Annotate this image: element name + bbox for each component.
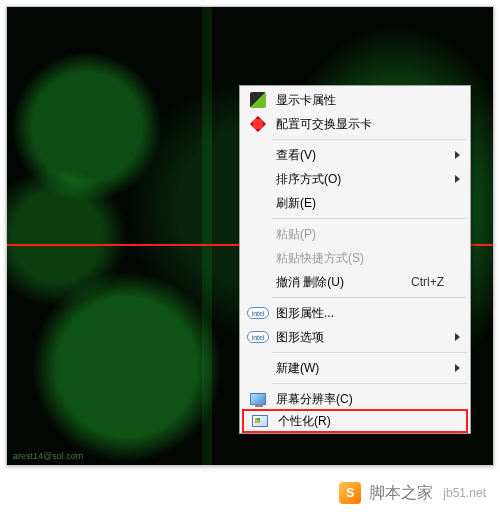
menu-item-sort[interactable]: 排序方式(O) xyxy=(242,167,468,191)
menu-item-display-card-properties[interactable]: 显示卡属性 xyxy=(242,88,468,112)
menu-item-switchable-graphics[interactable]: 配置可交换显示卡 xyxy=(242,112,468,136)
stage: arest14@sol.com 显示卡属性 配置可交换显示卡 查看(V) 排序方… xyxy=(0,0,500,512)
menu-label: 粘贴快捷方式(S) xyxy=(272,250,466,267)
menu-label: 查看(V) xyxy=(272,147,466,164)
menu-label: 排序方式(O) xyxy=(272,171,466,188)
menu-label: 粘贴(P) xyxy=(272,226,466,243)
menu-label: 撤消 删除(U) xyxy=(272,274,411,291)
watermark-logo-icon: S xyxy=(339,482,361,504)
menu-label: 屏幕分辨率(C) xyxy=(272,391,466,408)
menu-label: 个性化(R) xyxy=(274,413,464,430)
menu-item-screen-resolution[interactable]: 屏幕分辨率(C) xyxy=(242,387,468,411)
menu-item-graphics-options[interactable]: intel 图形选项 xyxy=(242,325,468,349)
monitor-icon xyxy=(244,393,272,405)
intel-icon: intel xyxy=(244,307,272,319)
watermark-footer: S 脚本之家 jb51.net xyxy=(0,474,500,512)
menu-label: 新建(W) xyxy=(272,360,466,377)
screenshot-frame: arest14@sol.com 显示卡属性 配置可交换显示卡 查看(V) 排序方… xyxy=(6,6,494,466)
personalize-icon xyxy=(246,415,274,427)
menu-item-personalize[interactable]: 个性化(R) xyxy=(242,409,468,433)
submenu-arrow-icon xyxy=(455,151,460,159)
menu-label: 刷新(E) xyxy=(272,195,466,212)
menu-separator xyxy=(272,352,466,353)
menu-label: 显示卡属性 xyxy=(272,92,466,109)
menu-label: 图形属性... xyxy=(272,305,466,322)
menu-item-paste: 粘贴(P) xyxy=(242,222,468,246)
menu-item-view[interactable]: 查看(V) xyxy=(242,143,468,167)
ati-icon xyxy=(244,116,272,132)
menu-separator xyxy=(272,383,466,384)
submenu-arrow-icon xyxy=(455,364,460,372)
submenu-arrow-icon xyxy=(455,333,460,341)
menu-item-undo-delete[interactable]: 撤消 删除(U) Ctrl+Z xyxy=(242,270,468,294)
menu-shortcut: Ctrl+Z xyxy=(411,275,466,289)
menu-item-graphics-properties[interactable]: intel 图形属性... xyxy=(242,301,468,325)
watermark-site: jb51.net xyxy=(443,486,486,500)
nvidia-icon xyxy=(244,92,272,108)
watermark-name: 脚本之家 xyxy=(369,483,433,504)
menu-item-paste-shortcut: 粘贴快捷方式(S) xyxy=(242,246,468,270)
menu-separator xyxy=(272,139,466,140)
wallpaper-credit: arest14@sol.com xyxy=(13,451,83,461)
submenu-arrow-icon xyxy=(455,175,460,183)
menu-item-new[interactable]: 新建(W) xyxy=(242,356,468,380)
menu-separator xyxy=(272,297,466,298)
menu-label: 图形选项 xyxy=(272,329,466,346)
menu-item-refresh[interactable]: 刷新(E) xyxy=(242,191,468,215)
desktop-context-menu: 显示卡属性 配置可交换显示卡 查看(V) 排序方式(O) 刷新(E) xyxy=(239,85,471,434)
intel-icon: intel xyxy=(244,331,272,343)
menu-label: 配置可交换显示卡 xyxy=(272,116,466,133)
menu-separator xyxy=(272,218,466,219)
